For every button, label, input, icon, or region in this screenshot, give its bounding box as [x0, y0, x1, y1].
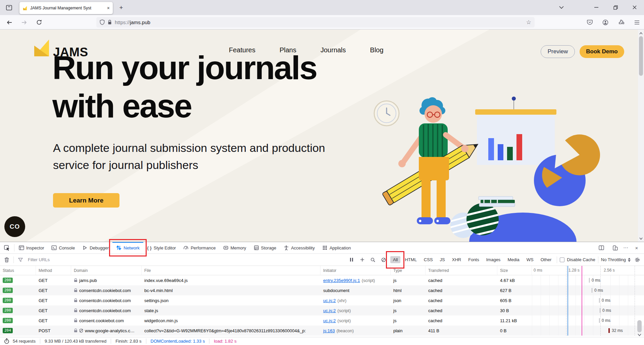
- devtools-close-icon[interactable]: ×: [632, 243, 641, 252]
- tab-storage[interactable]: Storage: [250, 242, 280, 253]
- inspector-icon: [19, 245, 24, 250]
- tab-memory[interactable]: Memory: [219, 242, 250, 253]
- preview-button[interactable]: Preview: [541, 45, 575, 58]
- browser-tab[interactable]: JAMS Journal Management Syst ×: [19, 2, 113, 14]
- new-tab-button[interactable]: +: [116, 3, 126, 12]
- filter-chip-xhr[interactable]: XHR: [449, 256, 464, 263]
- filter-chip-fonts[interactable]: Fonts: [465, 256, 482, 263]
- column-header-domain[interactable]: Domain: [71, 266, 142, 275]
- column-header-transferred[interactable]: Transferred: [426, 266, 497, 275]
- network-request-row[interactable]: 200 GET jams.pub index.vue.69ea69c4.js e…: [0, 275, 644, 285]
- status-badge: 200: [3, 298, 13, 303]
- waterfall-bar: 32 ms: [608, 328, 623, 333]
- split-console-icon[interactable]: [597, 243, 606, 252]
- filter-chip-ws[interactable]: WS: [524, 256, 536, 263]
- initiator-link[interactable]: uc.js:2: [323, 318, 336, 323]
- bookmark-star-icon[interactable]: ☆: [526, 19, 531, 26]
- application-icon: [322, 245, 328, 250]
- scroll-down-icon[interactable]: [639, 236, 643, 241]
- learn-more-button[interactable]: Learn More: [53, 193, 119, 208]
- tracking-shield-icon[interactable]: [100, 19, 105, 25]
- network-request-row[interactable]: 200 GET consent.cookiebot.com widgetIcon…: [0, 315, 644, 326]
- network-settings-gear-icon[interactable]: [633, 256, 641, 264]
- filter-chip-other[interactable]: Other: [538, 256, 554, 263]
- tab-library-icon[interactable]: [4, 3, 14, 12]
- hero-illustration: [362, 77, 617, 242]
- table-scroll-down-icon[interactable]: [637, 333, 642, 337]
- throttling-dropdown[interactable]: No Throttling: [601, 257, 631, 262]
- initiator-link[interactable]: js:163: [323, 328, 335, 333]
- tab-accessibility[interactable]: Accessibility: [280, 242, 318, 253]
- column-header-method[interactable]: Method: [36, 266, 71, 275]
- tab-performance[interactable]: Performance: [180, 242, 219, 253]
- page-scrollbar-thumb[interactable]: [639, 36, 643, 76]
- column-header-type[interactable]: Type: [391, 266, 426, 275]
- filter-chip-js[interactable]: JS: [437, 256, 448, 263]
- back-button[interactable]: [4, 17, 15, 27]
- pick-element-button[interactable]: [0, 242, 13, 253]
- tab-inspector[interactable]: Inspector: [15, 242, 48, 253]
- column-header-timeline[interactable]: 0 ms 1.28 s 2.56 s: [532, 266, 644, 275]
- nav-item-journals[interactable]: Journals: [320, 46, 346, 54]
- scroll-up-icon[interactable]: [639, 31, 643, 36]
- lock-icon[interactable]: [108, 20, 112, 25]
- tab-application[interactable]: Application: [318, 242, 355, 253]
- status-badge: 200: [3, 308, 13, 313]
- menu-hamburger-icon[interactable]: [632, 17, 642, 27]
- list-tabs-chevron-icon[interactable]: [554, 3, 568, 12]
- search-icon[interactable]: [369, 256, 377, 264]
- network-request-row[interactable]: 200 GET consentcdn.cookiebot.com state.j…: [0, 305, 644, 315]
- network-request-row[interactable]: 200 GET consentcdn.cookiebot.com setting…: [0, 295, 644, 305]
- browser-titlebar: JAMS Journal Management Syst × +: [0, 0, 644, 15]
- filter-funnel-icon: [16, 256, 24, 264]
- window-close-button[interactable]: [628, 3, 642, 12]
- tab-console[interactable]: Console: [48, 242, 79, 253]
- clear-requests-trash-icon[interactable]: [3, 256, 11, 264]
- column-header-status[interactable]: Status: [0, 266, 36, 275]
- initiator-link[interactable]: entry.235e990f.js:1: [323, 278, 360, 283]
- network-icon: [116, 245, 121, 250]
- book-demo-button[interactable]: Book Demo: [580, 45, 624, 58]
- block-request-icon[interactable]: [380, 256, 388, 264]
- url-bar[interactable]: https://jams.pub ☆: [96, 17, 535, 27]
- table-scrollbar-thumb[interactable]: [637, 320, 642, 332]
- column-header-file[interactable]: File: [142, 266, 320, 275]
- finish-time: Finish: 2.83 s: [115, 339, 141, 344]
- filter-chip-all[interactable]: All: [390, 256, 400, 263]
- reload-button[interactable]: [34, 17, 44, 27]
- responsive-design-icon[interactable]: [610, 243, 620, 252]
- initiator-link[interactable]: uc.js:2: [323, 308, 336, 313]
- requests-count: 54 requests: [13, 339, 36, 344]
- stopwatch-icon[interactable]: [4, 338, 9, 344]
- tab-network[interactable]: Network: [112, 242, 143, 253]
- devtools-panel: Inspector Console Debugger Network { } S…: [0, 242, 644, 345]
- page-scrollbar[interactable]: [638, 30, 644, 242]
- new-request-plus-icon[interactable]: [358, 256, 366, 264]
- pause-recording-icon[interactable]: [347, 256, 355, 264]
- nav-item-blog[interactable]: Blog: [370, 46, 384, 54]
- timeline-tick-2-56s: 2.56 s: [604, 268, 615, 273]
- disable-cache-control[interactable]: Disable Cache: [560, 257, 595, 262]
- column-header-size[interactable]: Size: [497, 266, 532, 275]
- filter-chip-css[interactable]: CSS: [421, 256, 436, 263]
- pocket-icon[interactable]: [585, 17, 595, 27]
- disable-cache-checkbox[interactable]: [560, 257, 564, 262]
- filter-chip-media[interactable]: Media: [505, 256, 522, 263]
- filter-urls-input[interactable]: [27, 257, 345, 263]
- tab-close-icon[interactable]: ×: [107, 6, 110, 10]
- network-request-row[interactable]: 204 POST www.google-analytics.c… collect…: [0, 326, 644, 336]
- extensions-puzzle-icon[interactable]: [616, 17, 626, 27]
- filter-chip-images[interactable]: Images: [484, 256, 503, 263]
- devtools-meatball-menu-icon[interactable]: ⋯: [621, 243, 631, 252]
- network-request-row[interactable]: 200 GET consentcdn.cookiebot.com bc-v4.m…: [0, 285, 644, 295]
- initiator-link[interactable]: uc.js:2: [323, 298, 336, 303]
- window-restore-button[interactable]: [608, 3, 623, 12]
- cookiebot-widget-button[interactable]: CO: [4, 216, 25, 237]
- account-icon[interactable]: [600, 17, 610, 27]
- column-header-initiator[interactable]: Initiator: [320, 266, 391, 275]
- tab-style-editor[interactable]: { } Style Editor: [143, 242, 180, 253]
- tab-debugger[interactable]: Debugger: [79, 242, 112, 253]
- filter-chip-html[interactable]: HTML: [402, 256, 419, 263]
- window-minimize-button[interactable]: [589, 3, 603, 12]
- forward-button[interactable]: [19, 17, 30, 27]
